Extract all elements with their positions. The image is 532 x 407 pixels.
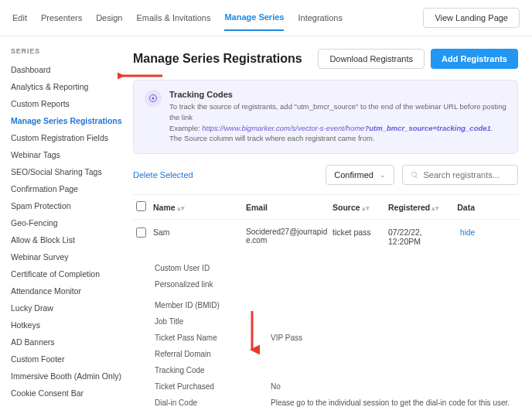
row-registered: 07/22/22, 12:20PM [388,227,447,246]
table-row: Sam Socidered27@jourrapide.com ticket pa… [133,220,518,254]
tracking-title: Tracking Codes [169,90,506,99]
sidebar-item-spam-protection[interactable]: Spam Protection [11,197,122,214]
select-all-checkbox[interactable] [136,201,146,211]
detail-ticket-purchased-value: No [271,382,515,391]
topnav-manage-series[interactable]: Manage Series [224,12,284,31]
sidebar-item-hotkeys[interactable]: Hotkeys [11,316,122,333]
detail-tracking-code-label: Tracking Code [155,366,271,375]
topnav-integrations[interactable]: Integrations [298,13,342,22]
sidebar-item-analytics[interactable]: Analytics & Reporting [11,78,122,95]
sidebar-item-ad-banners[interactable]: AD Banners [11,333,122,351]
status-filter-select[interactable]: Confirmed ⌄ [326,165,394,185]
sidebar-item-geo-fencing[interactable]: Geo-Fencing [11,214,122,231]
search-icon [411,170,418,180]
detail-ticket-pass-name-value: VIP Pass [271,333,515,342]
tracking-codes-panel: Tracking Codes To track the source of re… [133,80,518,154]
sidebar-item-webinar-tags[interactable]: Webinar Tags [11,146,122,163]
topnav: Edit Presenters Design Emails & Invitati… [0,0,532,36]
row-checkbox[interactable] [136,227,146,238]
sidebar-item-allow-block-list[interactable]: Allow & Block List [11,231,122,248]
view-landing-button[interactable]: View Landing Page [423,8,520,28]
topnav-emails[interactable]: Emails & Invitations [136,13,210,22]
sidebar-item-manage-series-registrations[interactable]: Manage Series Registrations [11,112,122,129]
topnav-design[interactable]: Design [96,13,122,22]
row-name: Sam [153,227,246,237]
page-title: Manage Series Registrations [133,52,312,66]
main: Manage Series Registrations Download Reg… [130,36,532,407]
sidebar-item-custom-footer[interactable]: Custom Footer [11,351,122,368]
chevron-down-icon: ⌄ [380,171,386,179]
sidebar-item-dashboard[interactable]: Dashboard [11,61,122,78]
row-email: Socidered27@jourrapide.com [246,227,332,245]
search-registrants-box[interactable] [402,165,518,185]
row-hide-link[interactable]: hide [460,228,475,237]
detail-ticket-purchased-label: Ticket Purchased [155,382,271,391]
detail-job-title-label: Job Title [155,317,271,326]
sidebar-item-webinar-survey[interactable]: Webinar Survey [11,248,122,265]
sidebar-heading: SERIES [11,47,122,55]
detail-ticket-pass-name-label: Ticket Pass Name [155,333,271,342]
sort-icon: ▴▾ [362,204,370,212]
topnav-presenters[interactable]: Presenters [41,13,82,22]
col-name[interactable]: Name▴▾ [153,203,246,212]
sort-icon: ▴▾ [431,204,439,212]
sidebar-item-confirmation-page[interactable]: Confirmation Page [11,180,122,197]
download-registrants-button[interactable]: Download Registrants [318,49,425,69]
tracking-icon [145,90,162,107]
row-source: ticket pass [332,227,388,237]
sort-icon: ▴▾ [177,204,185,212]
detail-personalized-link-label: Personalized link [155,280,271,289]
detail-dialin-code-value: Please go to the individual session to g… [271,398,515,407]
sidebar: SERIES Dashboard Analytics & Reporting C… [0,36,130,407]
detail-referral-domain-label: Referral Domain [155,350,271,358]
sidebar-item-custom-reports[interactable]: Custom Reports [11,95,122,112]
sidebar-item-attendance-monitor[interactable]: Attendance Monitor [11,282,122,299]
sidebar-item-seo-tags[interactable]: SEO/Social Sharing Tags [11,163,122,180]
sidebar-item-custom-registration-fields[interactable]: Custom Registration Fields [11,129,122,146]
table-header: Name▴▾ Email Source▴▾ Registered▴▾ Data [133,194,518,220]
sidebar-item-immersive-booth[interactable]: Immersive Booth (Admin Only) [11,368,122,385]
col-source[interactable]: Source▴▾ [332,203,388,212]
registrant-details: Custom User ID Personalized link Member … [133,254,518,407]
col-registered[interactable]: Registered▴▾ [388,203,447,212]
svg-point-1 [152,97,155,100]
detail-dialin-code-label: Dial-in Code [155,398,271,407]
col-email: Email [246,203,332,212]
tracking-body: To track the source of registrants, add … [169,101,506,144]
detail-member-id-label: Member ID (BMID) [155,301,271,310]
search-input[interactable] [423,170,510,180]
topnav-edit[interactable]: Edit [12,13,27,22]
sidebar-item-lucky-draw[interactable]: Lucky Draw [11,299,122,316]
sidebar-item-certificate[interactable]: Certificate of Completion [11,265,122,282]
col-data: Data [447,203,475,212]
add-registrants-button[interactable]: Add Registrants [431,49,518,69]
detail-custom-user-id-label: Custom User ID [155,264,271,272]
status-filter-value: Confirmed [334,170,373,180]
delete-selected-link[interactable]: Delete Selected [133,170,193,180]
sidebar-item-cookie-consent[interactable]: Cookie Consent Bar [11,385,122,402]
